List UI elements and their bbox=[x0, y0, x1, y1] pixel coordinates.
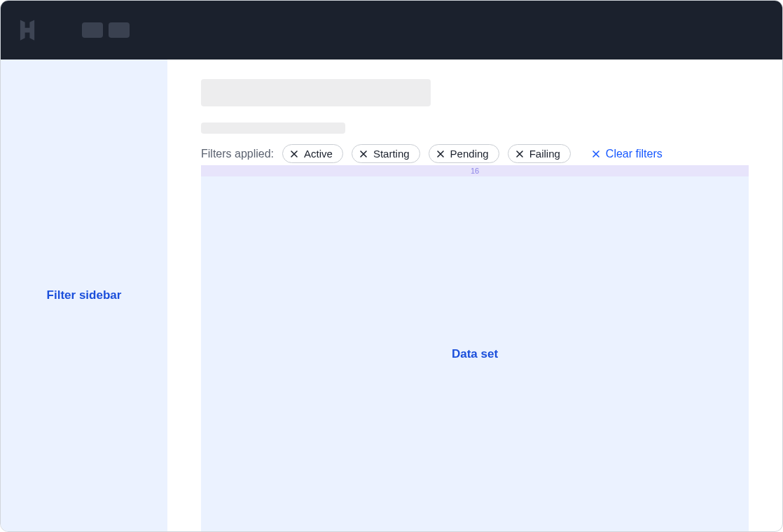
filters-applied-label: Filters applied: bbox=[201, 148, 274, 160]
filters-applied-row: Filters applied: Active Starting bbox=[201, 144, 749, 163]
app-header bbox=[1, 1, 782, 59]
filter-chip-pending[interactable]: Pending bbox=[429, 144, 499, 163]
filter-chip-label: Pending bbox=[450, 148, 489, 160]
title-skeleton-row bbox=[201, 79, 749, 106]
close-icon bbox=[515, 150, 524, 158]
close-icon bbox=[359, 150, 368, 158]
header-tab-placeholder[interactable] bbox=[82, 22, 103, 38]
subtitle-skeleton bbox=[201, 122, 345, 134]
header-tabs bbox=[82, 22, 130, 38]
filter-sidebar-label: Filter sidebar bbox=[47, 288, 122, 302]
close-icon bbox=[436, 150, 445, 158]
spacing-value: 16 bbox=[471, 167, 479, 175]
header-tab-placeholder[interactable] bbox=[109, 22, 130, 38]
clear-filters-button[interactable]: Clear filters bbox=[592, 148, 663, 160]
app-body: Filter sidebar Filters applied: Active bbox=[1, 59, 782, 531]
filter-chip-label: Starting bbox=[373, 148, 410, 160]
filter-sidebar: Filter sidebar bbox=[1, 59, 167, 531]
close-icon bbox=[290, 150, 298, 158]
hashicorp-logo-icon bbox=[15, 18, 40, 43]
filter-chip-active[interactable]: Active bbox=[282, 144, 343, 163]
filter-chip-label: Failing bbox=[529, 148, 560, 160]
title-skeleton bbox=[201, 79, 431, 106]
data-set-region: Data set bbox=[201, 176, 749, 531]
spacing-marker: 16 bbox=[201, 165, 749, 176]
main-content: Filters applied: Active Starting bbox=[167, 59, 782, 531]
clear-filters-label: Clear filters bbox=[606, 148, 663, 160]
app-window: Filter sidebar Filters applied: Active bbox=[0, 0, 783, 532]
filter-chip-failing[interactable]: Failing bbox=[508, 144, 571, 163]
data-set-label: Data set bbox=[452, 347, 498, 361]
filter-chip-starting[interactable]: Starting bbox=[352, 144, 420, 163]
close-icon bbox=[592, 150, 600, 158]
filter-chip-label: Active bbox=[304, 148, 333, 160]
